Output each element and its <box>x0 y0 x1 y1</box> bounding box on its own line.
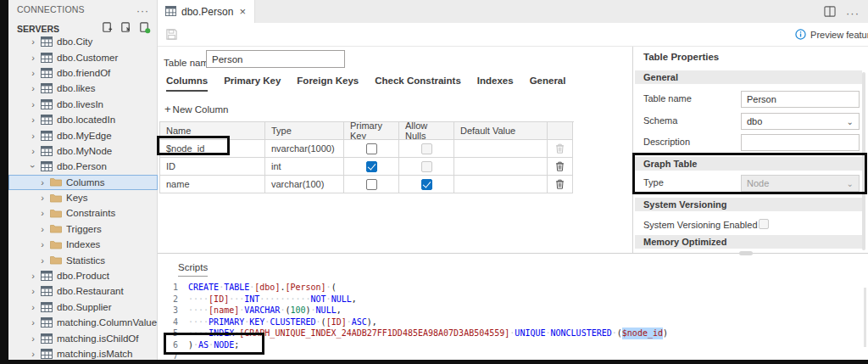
chevron-right-icon[interactable]: › <box>36 255 48 266</box>
tree-item-columns[interactable]: ›Columns <box>8 175 158 190</box>
delete-row-icon[interactable] <box>555 179 565 189</box>
chevron-right-icon[interactable]: › <box>27 68 39 78</box>
more-actions-icon[interactable]: ··· <box>846 7 860 20</box>
scripts-scrollbar[interactable] <box>864 288 866 347</box>
tree-item-indexes[interactable]: ›Indexes <box>8 237 158 252</box>
primary-key-checkbox[interactable] <box>366 179 377 190</box>
designer-tab-general[interactable]: General <box>530 76 566 92</box>
column-name-cell[interactable]: $node_id <box>160 140 265 158</box>
more-actions-icon[interactable]: ··· <box>136 5 149 17</box>
grid-header-row: NameTypePrimary KeyAllow NullsDefault Va… <box>160 122 574 140</box>
grid-header-actions <box>548 122 573 140</box>
chevron-right-icon[interactable]: › <box>36 208 48 218</box>
tree-item-dbo-friendof[interactable]: ›dbo.friendOf <box>8 65 158 81</box>
tree-item-dbo-supplier[interactable]: ›dbo.Supplier <box>8 300 158 315</box>
tree-item-statistics[interactable]: ›Statistics <box>8 252 158 267</box>
chevron-right-icon[interactable]: › <box>36 177 48 188</box>
default-value-cell[interactable] <box>454 176 548 193</box>
column-type-cell[interactable]: nvarchar(1000) <box>265 140 344 158</box>
chevron-right-icon[interactable]: › <box>27 131 39 141</box>
tree-item-dbo-person[interactable]: ›dbo.Person <box>8 159 158 174</box>
prop-select-schema[interactable]: dbo⌄ <box>741 113 860 130</box>
prop-input-description[interactable] <box>741 134 860 151</box>
active-connections-icon[interactable] <box>138 21 151 34</box>
table-icon <box>41 115 53 125</box>
new-connection-icon[interactable] <box>101 21 114 34</box>
chevron-right-icon[interactable]: › <box>27 36 39 47</box>
tree-item-dbo-product[interactable]: ›dbo.Product <box>8 268 158 283</box>
prop-select-type: Node⌄ <box>741 175 860 192</box>
primary-key-checkbox[interactable] <box>366 143 377 154</box>
column-type-cell[interactable]: int <box>265 158 344 176</box>
chevron-right-icon[interactable]: › <box>27 83 39 93</box>
grid-header-default-value: Default Value <box>454 122 548 140</box>
column-name-cell[interactable]: name <box>160 176 265 193</box>
code-token: ( <box>331 282 337 294</box>
tree-item-dbo-likes[interactable]: ›dbo.likes <box>8 81 158 96</box>
column-name-cell[interactable]: ID <box>160 158 265 176</box>
chevron-right-icon[interactable]: › <box>36 193 48 203</box>
tab-dbo-person[interactable]: dbo.Person × <box>158 0 255 23</box>
delete-row-icon[interactable] <box>555 161 565 171</box>
chevron-right-icon[interactable]: › <box>27 317 39 328</box>
tree-item-label: matching.ColumnValue <box>57 317 157 328</box>
tree-item-triggers[interactable]: ›Triggers <box>8 221 158 237</box>
chevron-down-icon[interactable]: › <box>28 160 38 172</box>
tree-item-constraints[interactable]: ›Constraints <box>8 205 158 221</box>
tree-item-dbo-city[interactable]: ›dbo.City <box>8 34 158 49</box>
section-header-general: General <box>635 70 862 84</box>
tree-item-matching-columnvalue[interactable]: ›matching.ColumnValue <box>8 315 158 330</box>
prop-label-type: Type <box>643 177 664 188</box>
allow-nulls-checkbox[interactable] <box>421 179 432 190</box>
chevron-right-icon[interactable]: › <box>27 115 39 125</box>
designer-tab-indexes[interactable]: Indexes <box>477 76 514 92</box>
chevron-right-icon[interactable]: › <box>27 146 39 156</box>
prop-input-table-name[interactable] <box>741 91 860 108</box>
chevron-right-icon[interactable]: › <box>27 302 39 312</box>
code-token: ···· <box>188 316 209 328</box>
table-icon <box>165 4 176 20</box>
save-icon[interactable] <box>165 28 178 44</box>
new-column-button[interactable]: +New Column <box>164 103 228 115</box>
chevron-right-icon[interactable]: › <box>36 224 48 234</box>
chevron-right-icon[interactable]: › <box>27 53 39 63</box>
column-type-cell[interactable]: varchar(100) <box>265 176 344 193</box>
tree-item-keys[interactable]: ›Keys <box>8 190 158 205</box>
chevron-right-icon[interactable]: › <box>27 333 39 344</box>
chevron-right-icon[interactable]: › <box>27 99 39 109</box>
designer-tab-check-constraints[interactable]: Check Constraints <box>375 76 461 92</box>
split-editor-icon[interactable] <box>824 5 836 20</box>
servers-toolbar <box>101 21 151 34</box>
tree-item-label: Keys <box>66 193 88 203</box>
primary-key-checkbox[interactable] <box>366 161 377 172</box>
default-value-cell[interactable] <box>454 140 548 158</box>
designer-tab-primary-key[interactable]: Primary Key <box>224 76 281 92</box>
properties-scrollbar[interactable] <box>862 72 865 250</box>
designer-tab-foreign-keys[interactable]: Foreign Keys <box>297 76 359 92</box>
tree-item-matching-ischildof[interactable]: ›matching.isChildOf <box>8 330 158 345</box>
tree-item-dbo-customer[interactable]: ›dbo.Customer <box>8 49 158 64</box>
tree-item-matching-ismatch[interactable]: ›matching.isMatch <box>8 346 158 360</box>
panel-resize-handle[interactable] <box>739 251 753 255</box>
tree-item-dbo-mynode[interactable]: ›dbo.MyNode <box>8 143 158 159</box>
code-token: CREATE <box>188 282 219 294</box>
tree-item-dbo-livesin[interactable]: ›dbo.livesIn <box>8 97 158 112</box>
chevron-right-icon[interactable]: › <box>27 349 39 359</box>
new-server-group-icon[interactable] <box>120 21 132 34</box>
code-token: ···· <box>188 305 209 316</box>
tree-item-dbo-locatedin[interactable]: ›dbo.locatedIn <box>8 112 158 127</box>
code-token: TABLE <box>224 282 249 294</box>
code-token: VARCHAR <box>244 305 280 316</box>
chevron-right-icon[interactable]: › <box>27 271 39 281</box>
line-number: 6 <box>158 339 188 351</box>
scripts-tab[interactable]: Scripts <box>178 262 208 277</box>
table-name-input[interactable] <box>206 50 345 68</box>
tree-item-dbo-myedge[interactable]: ›dbo.MyEdge <box>8 127 158 143</box>
chevron-right-icon[interactable]: › <box>36 239 48 249</box>
designer-tab-columns[interactable]: Columns <box>166 76 208 92</box>
tree-item-dbo-restaurant[interactable]: ›dbo.Restaurant <box>8 283 158 299</box>
sql-script-editor[interactable]: 1CREATE·TABLE·[dbo].[Person]·(2····[ID]·… <box>158 282 861 364</box>
tab-close-icon[interactable]: × <box>238 5 247 18</box>
chevron-right-icon[interactable]: › <box>27 286 39 296</box>
default-value-cell[interactable] <box>454 158 548 176</box>
